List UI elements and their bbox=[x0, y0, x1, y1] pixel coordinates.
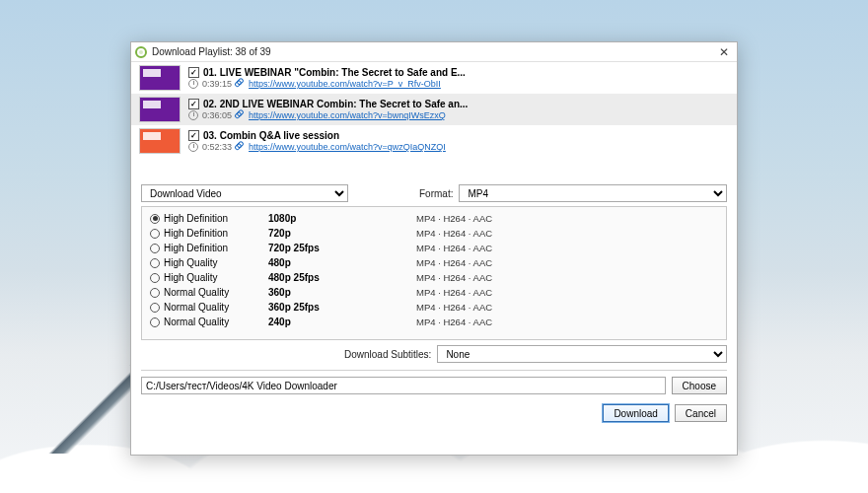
quality-list[interactable]: High Definition1080pMP4 · H264 · AACHigh… bbox=[141, 206, 727, 340]
quality-codec: MP4 · H264 · AAC bbox=[416, 302, 492, 313]
download-playlist-dialog: Download Playlist: 38 of 39 ✕ ✓01. LIVE … bbox=[130, 41, 738, 456]
checkbox-icon[interactable]: ✓ bbox=[188, 99, 199, 109]
action-select[interactable]: Download Video bbox=[141, 184, 348, 202]
video-thumbnail bbox=[139, 65, 181, 91]
radio-icon[interactable] bbox=[150, 258, 160, 268]
quality-codec: MP4 · H264 · AAC bbox=[416, 243, 492, 253]
playlist-list[interactable]: ✓01. LIVE WEBINAR "Combin: The Secret to… bbox=[131, 62, 737, 178]
video-url[interactable]: https://www.youtube.com/watch?v=qwzQIaQN… bbox=[249, 142, 446, 152]
divider bbox=[141, 370, 727, 371]
quality-tier: High Definition bbox=[164, 243, 228, 253]
download-button[interactable]: Download bbox=[603, 404, 668, 422]
video-duration: 0:52:33 bbox=[202, 142, 232, 152]
link-icon bbox=[234, 109, 247, 122]
video-url[interactable]: https://www.youtube.com/watch?v=P_v_Rfv-… bbox=[249, 79, 441, 89]
dialog-footer: Download Cancel bbox=[131, 398, 737, 430]
quality-resolution: 360p bbox=[268, 287, 416, 298]
quality-codec: MP4 · H264 · AAC bbox=[416, 228, 492, 239]
clock-icon bbox=[188, 79, 198, 89]
video-url[interactable]: https://www.youtube.com/watch?v=bwnqIWsE… bbox=[249, 110, 446, 120]
quality-option[interactable]: Normal Quality360pMP4 · H264 · AAC bbox=[150, 285, 718, 300]
quality-tier: High Definition bbox=[164, 228, 228, 239]
format-label: Format: bbox=[419, 188, 453, 199]
quality-resolution: 240p bbox=[268, 317, 416, 327]
controls-panel: Download Video Format: MP4 High Definiti… bbox=[131, 178, 737, 398]
video-duration: 0:39:15 bbox=[202, 79, 232, 89]
radio-icon[interactable] bbox=[150, 288, 160, 298]
cancel-button[interactable]: Cancel bbox=[675, 404, 727, 422]
checkbox-icon[interactable]: ✓ bbox=[188, 67, 199, 78]
quality-option[interactable]: High Definition720pMP4 · H264 · AAC bbox=[150, 226, 718, 241]
video-title: 02. 2ND LIVE WEBINAR Combin: The Secret … bbox=[203, 99, 468, 109]
checkbox-icon[interactable]: ✓ bbox=[188, 130, 199, 141]
quality-option[interactable]: Normal Quality360p 25fpsMP4 · H264 · AAC bbox=[150, 300, 718, 315]
window-title: Download Playlist: 38 of 39 bbox=[152, 46, 715, 57]
app-icon bbox=[135, 46, 147, 58]
video-duration: 0:36:05 bbox=[202, 110, 232, 120]
titlebar: Download Playlist: 38 of 39 ✕ bbox=[131, 42, 737, 62]
link-icon bbox=[234, 78, 247, 91]
save-path-input[interactable] bbox=[141, 377, 666, 394]
playlist-item[interactable]: ✓01. LIVE WEBINAR "Combin: The Secret to… bbox=[131, 62, 737, 94]
radio-icon[interactable] bbox=[150, 317, 160, 327]
quality-resolution: 360p 25fps bbox=[268, 302, 416, 313]
quality-resolution: 480p 25fps bbox=[268, 272, 416, 283]
quality-tier: Normal Quality bbox=[164, 317, 229, 327]
subtitles-select[interactable]: None bbox=[437, 345, 727, 363]
quality-option[interactable]: Normal Quality240pMP4 · H264 · AAC bbox=[150, 315, 718, 329]
quality-codec: MP4 · H264 · AAC bbox=[416, 213, 492, 224]
quality-resolution: 480p bbox=[268, 257, 416, 268]
quality-codec: MP4 · H264 · AAC bbox=[416, 317, 492, 327]
video-thumbnail bbox=[139, 97, 181, 122]
radio-icon[interactable] bbox=[150, 303, 160, 313]
quality-tier: High Definition bbox=[164, 213, 228, 224]
radio-icon[interactable] bbox=[150, 214, 160, 224]
quality-tier: High Quality bbox=[164, 257, 217, 268]
quality-option[interactable]: High Definition1080pMP4 · H264 · AAC bbox=[150, 211, 718, 226]
quality-codec: MP4 · H264 · AAC bbox=[416, 287, 492, 298]
choose-button[interactable]: Choose bbox=[672, 377, 727, 394]
quality-option[interactable]: High Definition720p 25fpsMP4 · H264 · AA… bbox=[150, 241, 718, 255]
video-thumbnail bbox=[139, 128, 181, 154]
quality-tier: Normal Quality bbox=[164, 287, 229, 298]
clock-icon bbox=[188, 110, 198, 120]
subtitles-label: Download Subtitles: bbox=[344, 349, 431, 360]
format-select[interactable]: MP4 bbox=[459, 184, 727, 202]
quality-option[interactable]: High Quality480pMP4 · H264 · AAC bbox=[150, 255, 718, 270]
quality-resolution: 1080p bbox=[268, 213, 416, 224]
quality-resolution: 720p 25fps bbox=[268, 243, 416, 253]
quality-tier: High Quality bbox=[164, 272, 217, 283]
video-title: 03. Combin Q&A live session bbox=[203, 130, 339, 141]
quality-resolution: 720p bbox=[268, 228, 416, 239]
quality-tier: Normal Quality bbox=[164, 302, 229, 313]
playlist-item[interactable]: ✓03. Combin Q&A live session0:52:33https… bbox=[131, 125, 737, 157]
video-title: 01. LIVE WEBINAR "Combin: The Secret to … bbox=[203, 67, 466, 78]
playlist-item[interactable]: ✓02. 2ND LIVE WEBINAR Combin: The Secret… bbox=[131, 94, 737, 125]
radio-icon[interactable] bbox=[150, 273, 160, 283]
clock-icon bbox=[188, 142, 198, 152]
quality-codec: MP4 · H264 · AAC bbox=[416, 272, 492, 283]
radio-icon[interactable] bbox=[150, 244, 160, 253]
quality-codec: MP4 · H264 · AAC bbox=[416, 257, 492, 268]
close-icon[interactable]: ✕ bbox=[715, 45, 733, 59]
radio-icon[interactable] bbox=[150, 229, 160, 239]
link-icon bbox=[234, 141, 247, 154]
quality-option[interactable]: High Quality480p 25fpsMP4 · H264 · AAC bbox=[150, 270, 718, 285]
